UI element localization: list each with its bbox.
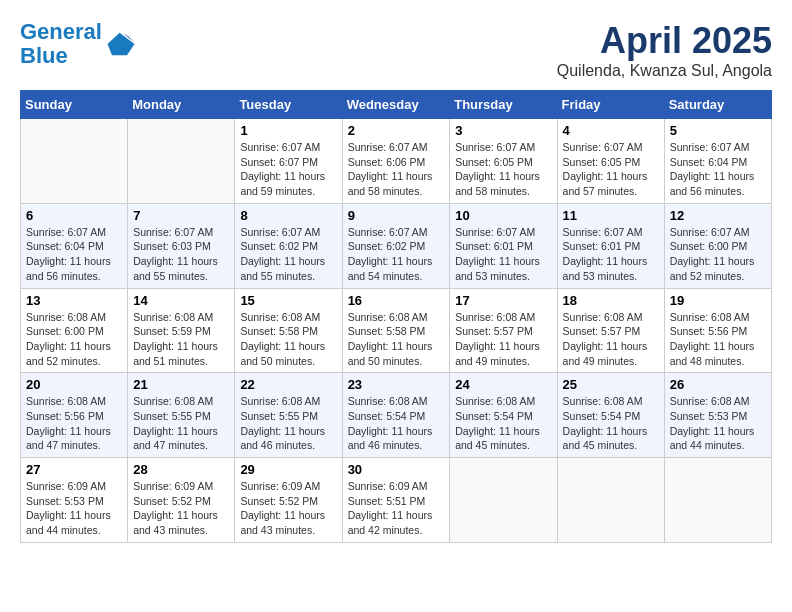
calendar-header-wednesday: Wednesday [342,91,450,119]
header: General Blue April 2025 Quilenda, Kwanza… [20,20,772,80]
day-number: 6 [26,208,122,223]
calendar-cell: 24Sunrise: 6:08 AMSunset: 5:54 PMDayligh… [450,373,557,458]
day-number: 30 [348,462,445,477]
day-number: 3 [455,123,551,138]
calendar-header-tuesday: Tuesday [235,91,342,119]
day-number: 23 [348,377,445,392]
calendar-cell: 29Sunrise: 6:09 AMSunset: 5:52 PMDayligh… [235,458,342,543]
day-info: Sunrise: 6:07 AMSunset: 6:04 PMDaylight:… [26,225,122,284]
day-info: Sunrise: 6:08 AMSunset: 5:57 PMDaylight:… [455,310,551,369]
day-info: Sunrise: 6:08 AMSunset: 5:54 PMDaylight:… [455,394,551,453]
day-number: 15 [240,293,336,308]
day-number: 25 [563,377,659,392]
day-info: Sunrise: 6:07 AMSunset: 6:03 PMDaylight:… [133,225,229,284]
day-number: 22 [240,377,336,392]
day-number: 1 [240,123,336,138]
day-info: Sunrise: 6:07 AMSunset: 6:07 PMDaylight:… [240,140,336,199]
day-info: Sunrise: 6:08 AMSunset: 5:55 PMDaylight:… [240,394,336,453]
day-number: 5 [670,123,766,138]
calendar-header-thursday: Thursday [450,91,557,119]
calendar-cell: 18Sunrise: 6:08 AMSunset: 5:57 PMDayligh… [557,288,664,373]
day-number: 4 [563,123,659,138]
calendar-cell: 20Sunrise: 6:08 AMSunset: 5:56 PMDayligh… [21,373,128,458]
logo-text: General Blue [20,20,102,68]
calendar-cell: 5Sunrise: 6:07 AMSunset: 6:04 PMDaylight… [664,119,771,204]
day-info: Sunrise: 6:09 AMSunset: 5:53 PMDaylight:… [26,479,122,538]
calendar-cell: 25Sunrise: 6:08 AMSunset: 5:54 PMDayligh… [557,373,664,458]
day-info: Sunrise: 6:07 AMSunset: 6:02 PMDaylight:… [240,225,336,284]
day-info: Sunrise: 6:09 AMSunset: 5:52 PMDaylight:… [133,479,229,538]
calendar-cell: 23Sunrise: 6:08 AMSunset: 5:54 PMDayligh… [342,373,450,458]
calendar-cell: 9Sunrise: 6:07 AMSunset: 6:02 PMDaylight… [342,203,450,288]
calendar-cell: 4Sunrise: 6:07 AMSunset: 6:05 PMDaylight… [557,119,664,204]
day-info: Sunrise: 6:09 AMSunset: 5:51 PMDaylight:… [348,479,445,538]
calendar-cell: 30Sunrise: 6:09 AMSunset: 5:51 PMDayligh… [342,458,450,543]
day-info: Sunrise: 6:07 AMSunset: 6:01 PMDaylight:… [455,225,551,284]
svg-marker-0 [107,33,134,56]
day-number: 24 [455,377,551,392]
calendar-cell: 1Sunrise: 6:07 AMSunset: 6:07 PMDaylight… [235,119,342,204]
logo-icon [106,29,136,59]
day-number: 8 [240,208,336,223]
day-info: Sunrise: 6:09 AMSunset: 5:52 PMDaylight:… [240,479,336,538]
day-info: Sunrise: 6:08 AMSunset: 5:55 PMDaylight:… [133,394,229,453]
day-info: Sunrise: 6:08 AMSunset: 6:00 PMDaylight:… [26,310,122,369]
calendar-week-2: 6Sunrise: 6:07 AMSunset: 6:04 PMDaylight… [21,203,772,288]
calendar-header-monday: Monday [128,91,235,119]
day-info: Sunrise: 6:08 AMSunset: 5:54 PMDaylight:… [563,394,659,453]
day-info: Sunrise: 6:07 AMSunset: 6:06 PMDaylight:… [348,140,445,199]
calendar-cell: 15Sunrise: 6:08 AMSunset: 5:58 PMDayligh… [235,288,342,373]
day-number: 9 [348,208,445,223]
calendar-cell: 3Sunrise: 6:07 AMSunset: 6:05 PMDaylight… [450,119,557,204]
calendar-cell [557,458,664,543]
day-number: 16 [348,293,445,308]
day-info: Sunrise: 6:08 AMSunset: 5:54 PMDaylight:… [348,394,445,453]
calendar-cell: 2Sunrise: 6:07 AMSunset: 6:06 PMDaylight… [342,119,450,204]
calendar-cell [664,458,771,543]
calendar-header-sunday: Sunday [21,91,128,119]
day-info: Sunrise: 6:07 AMSunset: 6:02 PMDaylight:… [348,225,445,284]
day-info: Sunrise: 6:08 AMSunset: 5:59 PMDaylight:… [133,310,229,369]
calendar-header-friday: Friday [557,91,664,119]
day-info: Sunrise: 6:08 AMSunset: 5:56 PMDaylight:… [670,310,766,369]
day-info: Sunrise: 6:07 AMSunset: 6:01 PMDaylight:… [563,225,659,284]
day-number: 10 [455,208,551,223]
calendar-cell: 17Sunrise: 6:08 AMSunset: 5:57 PMDayligh… [450,288,557,373]
calendar-cell: 12Sunrise: 6:07 AMSunset: 6:00 PMDayligh… [664,203,771,288]
logo: General Blue [20,20,136,68]
calendar-cell: 13Sunrise: 6:08 AMSunset: 6:00 PMDayligh… [21,288,128,373]
day-info: Sunrise: 6:08 AMSunset: 5:57 PMDaylight:… [563,310,659,369]
day-number: 20 [26,377,122,392]
day-info: Sunrise: 6:08 AMSunset: 5:58 PMDaylight:… [240,310,336,369]
calendar-cell [21,119,128,204]
day-number: 12 [670,208,766,223]
day-number: 27 [26,462,122,477]
calendar-cell [128,119,235,204]
calendar-week-3: 13Sunrise: 6:08 AMSunset: 6:00 PMDayligh… [21,288,772,373]
day-info: Sunrise: 6:07 AMSunset: 6:04 PMDaylight:… [670,140,766,199]
day-info: Sunrise: 6:07 AMSunset: 6:05 PMDaylight:… [455,140,551,199]
day-number: 19 [670,293,766,308]
calendar-week-4: 20Sunrise: 6:08 AMSunset: 5:56 PMDayligh… [21,373,772,458]
calendar-cell: 22Sunrise: 6:08 AMSunset: 5:55 PMDayligh… [235,373,342,458]
calendar-cell: 19Sunrise: 6:08 AMSunset: 5:56 PMDayligh… [664,288,771,373]
calendar-cell: 8Sunrise: 6:07 AMSunset: 6:02 PMDaylight… [235,203,342,288]
day-number: 21 [133,377,229,392]
day-number: 2 [348,123,445,138]
calendar-cell: 26Sunrise: 6:08 AMSunset: 5:53 PMDayligh… [664,373,771,458]
calendar-cell: 28Sunrise: 6:09 AMSunset: 5:52 PMDayligh… [128,458,235,543]
calendar-cell [450,458,557,543]
location-subtitle: Quilenda, Kwanza Sul, Angola [557,62,772,80]
calendar-cell: 16Sunrise: 6:08 AMSunset: 5:58 PMDayligh… [342,288,450,373]
calendar-cell: 27Sunrise: 6:09 AMSunset: 5:53 PMDayligh… [21,458,128,543]
day-number: 28 [133,462,229,477]
day-number: 13 [26,293,122,308]
day-info: Sunrise: 6:08 AMSunset: 5:58 PMDaylight:… [348,310,445,369]
calendar-cell: 14Sunrise: 6:08 AMSunset: 5:59 PMDayligh… [128,288,235,373]
day-number: 29 [240,462,336,477]
calendar-cell: 10Sunrise: 6:07 AMSunset: 6:01 PMDayligh… [450,203,557,288]
day-info: Sunrise: 6:08 AMSunset: 5:56 PMDaylight:… [26,394,122,453]
calendar-table: SundayMondayTuesdayWednesdayThursdayFrid… [20,90,772,543]
day-info: Sunrise: 6:07 AMSunset: 6:05 PMDaylight:… [563,140,659,199]
calendar-header-saturday: Saturday [664,91,771,119]
